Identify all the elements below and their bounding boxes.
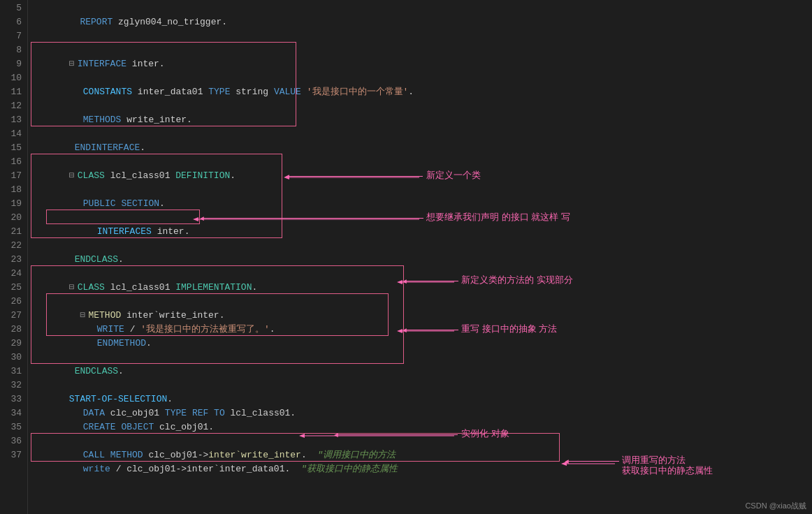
code-line-7	[36, 29, 812, 43]
code-line-34: CREATE OBJECT clc_obj01.	[36, 406, 812, 420]
line-num-14: 14	[0, 127, 22, 141]
line-num-34: 34	[0, 406, 22, 420]
watermark: CSDN @xiao战贼	[745, 501, 806, 511]
code-line-18: PUBLIC SECTION.	[36, 183, 812, 197]
annotation-line-impl	[404, 281, 458, 281]
code-line-30: ENDCLASS.	[36, 351, 812, 365]
line-num-12: 12	[0, 99, 22, 113]
arrow-inherit: ◄	[200, 215, 204, 223]
annotation-line-inst	[335, 434, 458, 435]
line-num-25: 25	[0, 281, 22, 295]
line-num-5: 5	[0, 1, 22, 15]
code-line-20: INTERFACES inter.	[36, 211, 812, 225]
line-num-35: 35	[0, 420, 22, 434]
line-num-23: 23	[0, 253, 22, 267]
code-line-25	[36, 281, 812, 295]
code-line-29	[36, 337, 812, 351]
arrow-class: ◄	[285, 173, 289, 181]
line-num-22: 22	[0, 239, 22, 253]
line-num-6: 6	[0, 15, 22, 29]
annotation-new-class: 新定义一个类	[426, 169, 481, 182]
annotation-line-class	[287, 176, 423, 177]
code-line-5: REPORT zglyn004_no_trigger.	[36, 1, 812, 15]
editor-container: 5 6 7 8 9 10 11 12 13 14 15 16 17 18 19 …	[0, 0, 812, 514]
arrow-inst: ◄	[334, 432, 338, 439]
line-num-19: 19	[0, 197, 22, 211]
annotation-line-inherit	[201, 218, 423, 219]
annotation-instantiate: 实例化 对象	[461, 427, 509, 440]
line-num-20: 20	[0, 211, 22, 225]
annotation-inherit: 想要继承我们声明 的接口 就这样 写	[426, 211, 570, 223]
line-num-17: 17	[0, 169, 22, 183]
line-num-24: 24	[0, 267, 22, 281]
code-line-9	[36, 57, 812, 71]
arrow-override: ◄	[403, 327, 407, 335]
code-line-36: CALL METHOD clc_obj01->inter`write_inter…	[36, 434, 812, 448]
code-line-23	[36, 253, 812, 267]
line-num-15: 15	[0, 141, 22, 155]
line-num-16: 16	[0, 155, 22, 169]
code-line-27: WRITE / '我是接口中的方法被重写了。'.	[36, 309, 812, 323]
code-line-17	[36, 169, 812, 183]
line-num-18: 18	[0, 183, 22, 197]
code-line-21	[36, 225, 812, 239]
arrow-impl: ◄	[403, 278, 407, 286]
annotation-line-call	[566, 461, 619, 462]
line-num-30: 30	[0, 351, 22, 365]
code-line-26: ⊟METHOD inter`write_inter.	[36, 295, 812, 309]
line-num-36: 36	[0, 434, 22, 448]
code-line-10: CONSTANTS inter_data01 TYPE string VALUE…	[36, 71, 812, 85]
code-line-13	[36, 113, 812, 127]
line-num-33: 33	[0, 392, 22, 406]
code-line-16: ⊟CLASS lcl_class01 DEFINITION.	[36, 155, 812, 169]
code-line-37: write / clc_obj01->inter`inter_data01. "…	[36, 448, 812, 462]
line-num-13: 13	[0, 113, 22, 127]
code-line-8: ⊟INTERFACE inter.	[36, 43, 812, 57]
line-num-8: 8	[0, 43, 22, 57]
code-line-14: ENDINTERFACE.	[36, 127, 812, 141]
code-line-11	[36, 85, 812, 99]
line-num-7: 7	[0, 29, 22, 43]
line-num-21: 21	[0, 225, 22, 239]
code-line-19	[36, 197, 812, 211]
line-numbers: 5 6 7 8 9 10 11 12 13 14 15 16 17 18 19 …	[0, 0, 28, 514]
code-line-22: ENDCLASS.	[36, 239, 812, 253]
code-line-12: METHODS write_inter.	[36, 99, 812, 113]
arrow-call: ◄	[565, 458, 569, 466]
code-area: REPORT zglyn004_no_trigger. ⊟INTERFACE i…	[28, 0, 812, 514]
code-line-6	[36, 15, 812, 29]
line-num-10: 10	[0, 71, 22, 85]
line-num-27: 27	[0, 309, 22, 323]
code-line-33: DATA clc_obj01 TYPE REF TO lcl_class01.	[36, 392, 812, 406]
line-num-9: 9	[0, 57, 22, 71]
code-line-24: ⊟CLASS lcl_class01 IMPLEMENTATION.	[36, 267, 812, 281]
line-num-26: 26	[0, 295, 22, 309]
line-num-29: 29	[0, 337, 22, 351]
code-line-31	[36, 365, 812, 379]
line-num-31: 31	[0, 365, 22, 379]
annotation-get-static: 获取接口中的静态属性	[622, 464, 713, 477]
line-num-28: 28	[0, 323, 22, 337]
annotation-line-override	[404, 330, 458, 330]
line-num-11: 11	[0, 85, 22, 99]
annotation-impl: 新定义类的方法的 实现部分	[461, 274, 573, 286]
line-num-32: 32	[0, 379, 22, 392]
code-line-32: START-OF-SELECTION.	[36, 379, 812, 392]
annotation-override: 重写 接口中的抽象 方法	[461, 323, 557, 335]
code-line-35	[36, 420, 812, 434]
code-line-15	[36, 141, 812, 155]
line-num-37: 37	[0, 448, 22, 462]
